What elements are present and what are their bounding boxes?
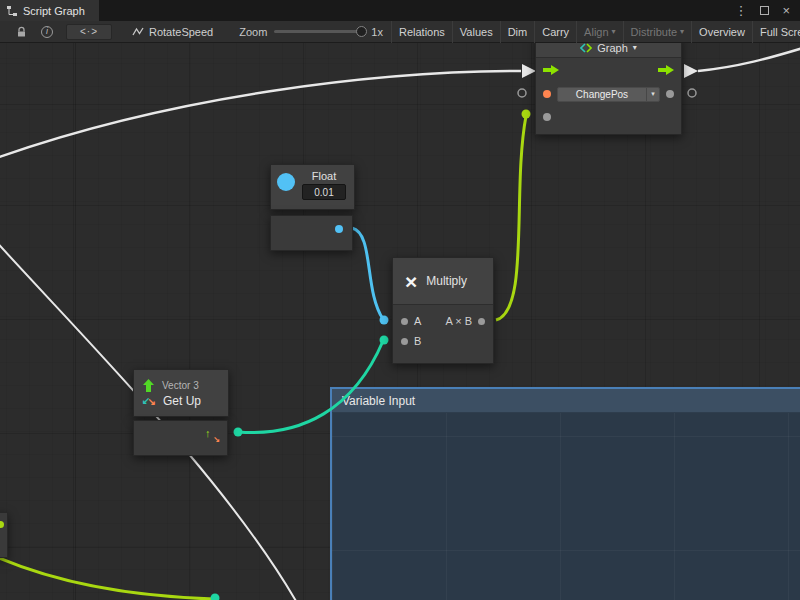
float-type-icon [277, 173, 295, 191]
zoom-label: Zoom [239, 26, 267, 38]
graph-breadcrumb[interactable]: RotateSpeed [132, 26, 213, 38]
connection-endpoint-dot[interactable] [211, 594, 220, 600]
offscreen-node[interactable] [0, 512, 8, 558]
variable-input-title: Variable Input [342, 394, 415, 408]
multiply-row-b: B [393, 331, 493, 351]
overview-button[interactable]: Overview [691, 21, 752, 43]
flow-in-port-icon[interactable] [543, 65, 559, 75]
chevron-down-icon: ▾ [612, 28, 616, 36]
maximize-icon[interactable] [760, 6, 769, 15]
vector3-type-line: Vector 3 [142, 379, 220, 392]
vector3-node-title: Get Up [163, 394, 201, 408]
float-node-title: Float [312, 170, 336, 182]
graph-node-title: Graph [597, 42, 628, 54]
flow-connection-diagonal[interactable] [0, 237, 300, 600]
flow-arrowhead-in [522, 64, 536, 78]
zoom-value: 1x [371, 26, 383, 38]
tab-bar: Script Graph ⋮ × [0, 0, 800, 21]
toolbar-buttons: Relations Values Dim Carry Align ▾ Distr… [391, 21, 800, 43]
float-output-port[interactable] [335, 225, 343, 233]
multiply-node[interactable]: × Multiply A A × B B [392, 257, 494, 364]
align-label: Align [584, 26, 608, 38]
graph-name-label: RotateSpeed [149, 26, 213, 38]
zoom-slider-knob[interactable] [356, 26, 367, 37]
graph-asset-icon [132, 26, 144, 38]
multiply-b-port-endpoint[interactable] [380, 336, 389, 345]
zoom-control: Zoom 1x [239, 26, 383, 38]
variable-input-panel-header[interactable]: Variable Input [332, 389, 800, 413]
distribute-label: Distribute [631, 26, 677, 38]
multiply-input-b-label: B [414, 335, 421, 347]
unconnected-port-left[interactable] [518, 89, 526, 97]
unconnected-port-right[interactable] [688, 89, 696, 97]
graph-node-variable-row: ChangePos ▾ [536, 82, 681, 106]
grey-port[interactable] [666, 90, 674, 98]
getup-output-endpoint[interactable] [234, 428, 243, 437]
unity-script-graph-window: Script Graph ⋮ × i <·> RotateSpeed [0, 0, 800, 600]
tab-title: Script Graph [23, 5, 85, 17]
info-button[interactable]: i [34, 26, 60, 38]
zoom-slider[interactable] [274, 30, 364, 33]
graph-node-icon [580, 43, 592, 53]
vector3-title-line: ↙ ↘ Get Up [142, 394, 220, 408]
float-node[interactable]: Float 0.01 [270, 164, 355, 210]
edit-graph-button[interactable]: <·> [66, 24, 112, 40]
changepos-dropdown[interactable]: ChangePos ▾ [557, 87, 660, 102]
changepos-dropdown-value: ChangePos [558, 89, 646, 100]
info-icon: i [41, 26, 53, 38]
graph-event-node[interactable]: Graph ▾ ChangePos ▾ [535, 37, 682, 135]
kebab-menu-icon[interactable]: ⋮ [734, 4, 747, 17]
graph-node-extra-row [536, 106, 681, 128]
multiply-output-port[interactable] [478, 318, 485, 325]
multiply-node-body: A A × B B [393, 305, 493, 351]
multiply-input-a-label: A [414, 315, 421, 327]
carry-button[interactable]: Carry [534, 21, 576, 43]
graph-canvas[interactable]: Variable Input [0, 43, 800, 600]
script-graph-icon [6, 5, 18, 17]
flow-out-port-icon[interactable] [658, 65, 674, 75]
graph-node-flow-row [536, 58, 681, 82]
multiply-node-header[interactable]: × Multiply [393, 258, 493, 305]
lock-button[interactable] [8, 26, 34, 38]
values-button[interactable]: Values [452, 21, 500, 43]
relations-button[interactable]: Relations [391, 21, 452, 43]
multiply-node-title: Multiply [426, 274, 467, 288]
multiply-input-a-port[interactable] [401, 318, 408, 325]
graph-toolbar: i <·> RotateSpeed Zoom 1x Relations Valu… [0, 21, 800, 43]
graph-value-port-endpoint[interactable] [522, 110, 531, 119]
chevron-down-icon: ▾ [646, 88, 659, 101]
tab-script-graph[interactable]: Script Graph [0, 0, 99, 21]
close-icon[interactable]: × [782, 4, 790, 17]
chevron-down-icon: ▾ [633, 44, 637, 52]
lime-connection-multiply-to-graph[interactable] [496, 116, 526, 320]
vector3-output-port-icon[interactable]: ↑ ↘ [204, 428, 220, 444]
flow-arrowhead-out [684, 64, 698, 78]
multiply-input-b-port[interactable] [401, 338, 408, 345]
offscreen-node-port[interactable] [0, 521, 4, 528]
vector3-subtitle: Vector 3 [162, 380, 199, 391]
orange-port[interactable] [543, 90, 551, 98]
vector3-getup-node[interactable]: Vector 3 ↙ ↘ Get Up [133, 369, 229, 417]
flow-connection-in[interactable] [0, 71, 521, 161]
float-node-port-section[interactable] [270, 215, 353, 251]
flow-connection-out[interactable] [698, 47, 800, 71]
float-value-input[interactable]: 0.01 [302, 184, 346, 200]
window-controls: ⋮ × [734, 4, 800, 17]
multiply-icon: × [405, 271, 417, 292]
up-arrow-icon [142, 379, 155, 392]
align-dropdown-button[interactable]: Align ▾ [576, 21, 622, 43]
chevron-down-icon: ▾ [680, 28, 684, 36]
multiply-a-port-endpoint[interactable] [380, 316, 389, 325]
grey-port[interactable] [543, 113, 551, 121]
blue-connection-float-to-multiply[interactable] [352, 228, 383, 319]
lock-icon [16, 26, 27, 38]
variable-input-panel[interactable]: Variable Input [330, 387, 800, 600]
lime-connection-bottom[interactable] [0, 555, 214, 599]
full-screen-button[interactable]: Full Screen [752, 21, 800, 43]
vector3-port-section[interactable]: ↑ ↘ [133, 420, 228, 456]
multiply-row-a: A A × B [393, 311, 493, 331]
distribute-dropdown-button[interactable]: Distribute ▾ [623, 21, 691, 43]
dim-button[interactable]: Dim [500, 21, 535, 43]
multiply-output-label: A × B [445, 315, 472, 327]
axes-icon: ↙ ↘ [142, 394, 156, 407]
